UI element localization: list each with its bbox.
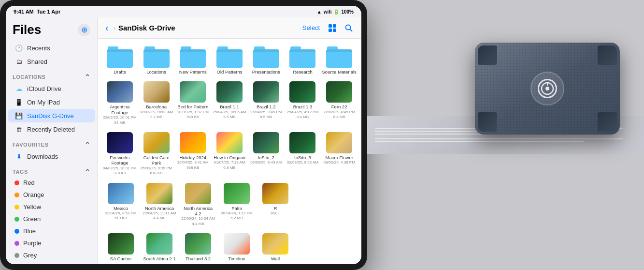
files-row-1: Argentina Footage 22/02/25, 10:01 PM 54 …	[101, 79, 358, 127]
desktop-background	[367, 116, 644, 154]
file-r[interactable]: R 10/0...	[256, 181, 295, 229]
file-macro[interactable]: Macro Flower 08/02/25, 4:38 PM	[321, 130, 358, 178]
battery-pct: 100%	[341, 9, 354, 15]
folder-presentations[interactable]: Presentations	[248, 45, 285, 76]
folder-drafts[interactable]: Drafts	[101, 45, 138, 76]
file-thailand[interactable]: Thailand 3.2	[179, 231, 217, 263]
grey-dot	[14, 253, 19, 258]
main-content: ‹ › SanDisk G-Drive Select	[98, 17, 361, 264]
yellow-dot	[14, 205, 19, 210]
file-northamerica42[interactable]: North America 4.2 22/06/24, 10:34 AM 4.4…	[179, 181, 217, 229]
file-barcelona[interactable]: Barcelona 02/03/25, 16:03 AM 3.2 MB	[138, 79, 175, 127]
sidebar-tag-yellow[interactable]: Yellow	[8, 201, 95, 213]
sidebar-item-sandisk[interactable]: 💾 SanDisk G-Drive	[8, 109, 95, 122]
sidebar-item-shared[interactable]: 🗂 Shared	[8, 55, 95, 68]
sidebar-item-shared-label: Shared	[27, 58, 47, 65]
folder-locations[interactable]: Locations	[138, 45, 175, 76]
sidebar-item-ipad[interactable]: 📱 On My iPad	[8, 95, 95, 109]
battery-icon: 🔋	[333, 9, 339, 15]
file-brazil13[interactable]: Brazil 1.3 25/04/25, 4:12 PM 3.4 MB	[285, 79, 321, 127]
folder-source-materials[interactable]: Source Materials	[321, 45, 358, 76]
sidebar-item-recents-label: Recents	[27, 45, 50, 52]
file-mexico[interactable]: Mexico 22/04/26, 8:52 PM 513 KB	[101, 181, 140, 229]
status-time: 9:41 AM	[14, 9, 34, 15]
search-button[interactable]	[342, 21, 356, 35]
breadcrumb-chevron: ›	[114, 24, 115, 31]
sidebar-tag-grey[interactable]: Grey	[8, 249, 95, 261]
sidebar-tag-green[interactable]: Green	[8, 213, 95, 225]
wifi-icon: wifi	[324, 9, 332, 15]
file-golden[interactable]: Golden Gate Park 05/03/25, 9:39 PM 610 K…	[138, 130, 175, 178]
sidebar-item-recents[interactable]: 🕐 Recents	[8, 41, 95, 55]
favourites-chevron[interactable]: ⌃	[85, 141, 91, 149]
recents-icon: 🕐	[14, 44, 23, 52]
purple-dot	[14, 241, 19, 246]
gdrive-logo-inner	[538, 79, 557, 98]
green-dot	[14, 217, 19, 222]
file-fern[interactable]: Fern 22 22/02/25, 4:45 PM 5.4 MB	[321, 79, 358, 127]
file-origami[interactable]: How to Origami 01/07/25, 7:13 AM 6.8 MB	[211, 130, 248, 178]
gdrive-logo	[530, 72, 564, 105]
file-argentina[interactable]: Argentina Footage 22/02/25, 10:01 PM 54 …	[101, 79, 138, 127]
locations-header: Locations ⌃	[6, 68, 97, 82]
file-insitu2[interactable]: InSitu_2 02/03/25, 9:43 AM	[248, 130, 285, 178]
sidebar-item-ipad-label: On My iPad	[27, 99, 60, 106]
view-switcher-button[interactable]	[326, 21, 339, 35]
file-northamerica[interactable]: North America 22/04/25, 11:11 AM 4.4 MB	[140, 181, 179, 229]
sidebar-tag-purple[interactable]: Purple	[8, 237, 95, 249]
file-southafrica[interactable]: South Africa 2.1	[140, 231, 179, 263]
status-date: Tue 1 Apr	[37, 9, 61, 15]
svg-line-5	[350, 29, 352, 31]
tags-header: Tags ⌃	[6, 163, 97, 177]
downloads-icon: ⬇	[14, 152, 23, 161]
favourites-header: Favourites ⌃	[6, 136, 97, 150]
app-content: Files ⊕ 🕐 Recents 🗂 Shared Locations ⌃	[6, 17, 361, 264]
gdrive-corner-br	[598, 112, 617, 132]
gdrive-device	[470, 18, 634, 154]
sidebar-item-downloads[interactable]: ⬇ Downloads	[8, 150, 95, 163]
gdrive-corner-tl	[478, 45, 497, 65]
folder-old-patterns[interactable]: Old Patterns	[211, 45, 248, 76]
sidebar: Files ⊕ 🕐 Recents 🗂 Shared Locations ⌃	[6, 17, 98, 264]
signal-icon: ▲	[317, 9, 322, 15]
sidebar-item-sandisk-label: SanDisk G-Drive	[27, 112, 74, 120]
icloud-icon: ☁	[14, 84, 23, 93]
folder-new-patterns[interactable]: New Patterns	[174, 45, 211, 76]
svg-rect-3	[333, 29, 336, 32]
sidebar-item-icloud[interactable]: ☁ iCloud Drive	[8, 82, 95, 95]
file-insitu3[interactable]: InSitu_3 02/03/25, 9:52 AM	[285, 130, 321, 178]
ipad-frame: 9:41 AM Tue 1 Apr ▲ wifi 🔋 100% Files ⊕	[0, 0, 367, 270]
sidebar-item-deleted[interactable]: 🗑 Recently Deleted	[8, 122, 95, 136]
deleted-icon: 🗑	[14, 125, 23, 134]
back-button[interactable]: ‹	[103, 22, 111, 33]
sidebar-tag-orange[interactable]: Orange	[8, 189, 95, 201]
file-fireworks[interactable]: Fireworks Footage 04/02/25, 10:01 PM 378…	[101, 130, 138, 178]
gdrive-corner-bl	[478, 112, 497, 132]
add-button[interactable]: ⊕	[78, 24, 90, 36]
file-brazil12[interactable]: Brazil 1.2 25/04/25, 3:45 PM 8.5 MB	[248, 79, 285, 127]
tags-chevron[interactable]: ⌃	[85, 168, 91, 176]
folder-research[interactable]: Research	[285, 45, 321, 76]
gdrive-body	[475, 43, 620, 135]
folders-row: Drafts Locations New Patterns Old P	[101, 45, 358, 76]
page-title: SanDisk G-Drive	[118, 24, 297, 32]
select-button[interactable]: Select	[300, 22, 323, 33]
status-bar: 9:41 AM Tue 1 Apr ▲ wifi 🔋 100%	[6, 6, 361, 17]
file-timeline[interactable]: Timeline	[217, 231, 256, 263]
sidebar-item-downloads-label: Downloads	[27, 153, 58, 160]
red-dot	[14, 180, 19, 185]
file-wall[interactable]: Wall	[256, 231, 295, 263]
file-palm[interactable]: Palm 26/04/24, 1:12 PM 5.2 MB	[217, 181, 256, 229]
sidebar-title: Files	[13, 22, 41, 37]
file-brazil11[interactable]: Brazil 1.1 25/04/25, 10:05 AM 5.5 MB	[211, 79, 248, 127]
file-holiday[interactable]: Holiday 2024 30/04/25, 8:41 AM 968 KB	[174, 130, 211, 178]
locations-chevron[interactable]: ⌃	[85, 73, 91, 81]
file-bird[interactable]: Bird for Pattern 18/01/25, 1:37 PM 849 K…	[174, 79, 211, 127]
file-grid: Drafts Locations New Patterns Old P	[98, 39, 361, 264]
file-sacactus[interactable]: SA Cactus	[101, 231, 140, 263]
sidebar-tag-blue[interactable]: Blue	[8, 225, 95, 237]
gdrive-corner-tr	[598, 45, 617, 65]
sidebar-tag-red[interactable]: Red	[8, 177, 95, 189]
files-row-4: SA Cactus South Africa 2.1 Thailand 3.2	[101, 231, 358, 263]
shared-icon: 🗂	[14, 57, 23, 66]
